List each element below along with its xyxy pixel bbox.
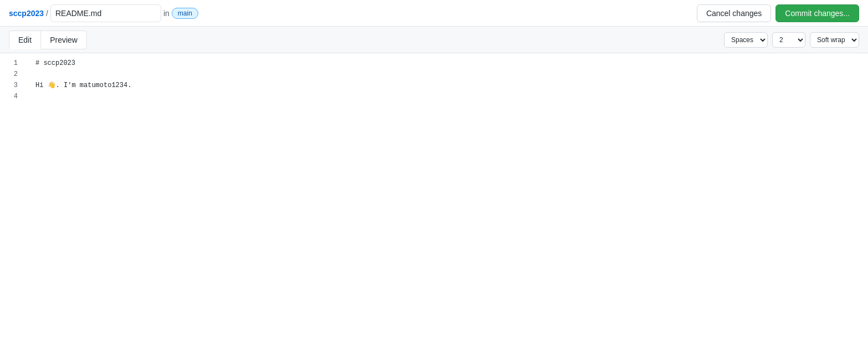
breadcrumb: sccp2023 / in main <box>9 4 692 22</box>
line-number: 2 <box>0 69 27 80</box>
editor-toolbar: Edit Preview Spaces 2 4 Soft wrap <box>0 27 868 53</box>
branch-badge: main <box>172 8 198 19</box>
filename-input[interactable] <box>50 4 161 22</box>
commit-changes-button[interactable]: Commit changes... <box>775 4 859 22</box>
top-bar: sccp2023 / in main Cancel changes Commit… <box>0 0 868 27</box>
line-number: 1 <box>0 58 27 69</box>
line-number: 4 <box>0 91 27 102</box>
tab-edit[interactable]: Edit <box>9 30 41 49</box>
line-numbers: 1234 <box>0 53 27 361</box>
branch-in-text: in <box>163 9 170 18</box>
repo-link[interactable]: sccp2023 <box>9 9 44 18</box>
spaces-select[interactable]: Spaces <box>724 32 768 48</box>
tab-preview[interactable]: Preview <box>41 30 87 49</box>
toolbar-right: Spaces 2 4 Soft wrap <box>724 32 859 48</box>
tab-group: Edit Preview <box>9 30 87 49</box>
breadcrumb-separator: / <box>46 9 48 18</box>
top-bar-actions: Cancel changes Commit changes... <box>697 4 859 22</box>
indent-select[interactable]: 2 4 <box>772 32 805 48</box>
cancel-changes-button[interactable]: Cancel changes <box>697 4 771 22</box>
editor-container: 1234 # sccp2023 Hi 👋. I'm matumoto1234. <box>0 53 868 361</box>
softwrap-select[interactable]: Soft wrap <box>810 32 859 48</box>
line-number: 3 <box>0 80 27 91</box>
editor-content[interactable]: # sccp2023 Hi 👋. I'm matumoto1234. <box>27 53 868 361</box>
